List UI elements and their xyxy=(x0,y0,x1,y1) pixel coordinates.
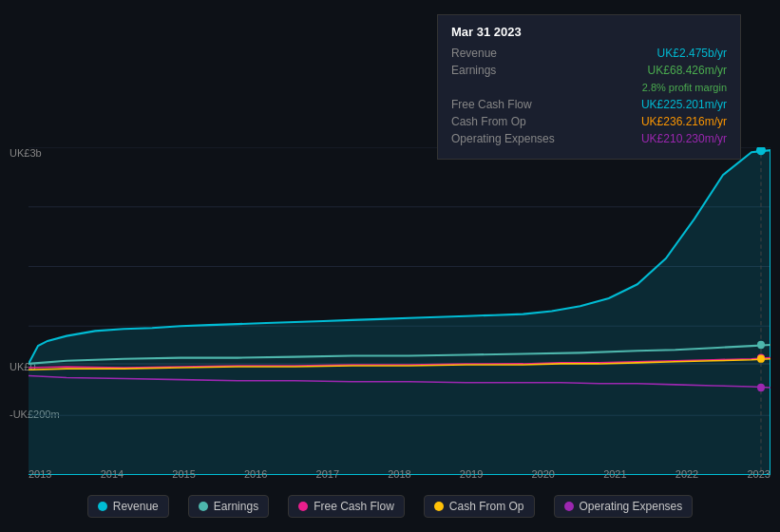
tooltip-opex-value: UK£210.230m/yr xyxy=(641,132,727,145)
tooltip-revenue-label: Revenue xyxy=(451,47,565,60)
tooltip-cashop-row: Cash From Op UK£236.216m/yr xyxy=(451,115,727,128)
legend-cashop-dot xyxy=(434,502,444,511)
tooltip-opex-row: Operating Expenses UK£210.230m/yr xyxy=(451,132,727,145)
chart-legend: Revenue Earnings Free Cash Flow Cash Fro… xyxy=(0,495,780,518)
legend-cashop-label: Cash From Op xyxy=(449,500,524,513)
tooltip-fcf-label: Free Cash Flow xyxy=(451,98,565,111)
chart-container: Mar 31 2023 Revenue UK£2.475b/yr Earning… xyxy=(0,0,780,532)
cashop-dot xyxy=(757,355,765,363)
x-label-2022: 2022 xyxy=(675,468,698,480)
chart-svg xyxy=(29,147,770,475)
legend-fcf[interactable]: Free Cash Flow xyxy=(288,495,405,518)
x-label-2017: 2017 xyxy=(316,468,339,480)
tooltip-fcf-value: UK£225.201m/yr xyxy=(641,98,727,111)
x-label-2016: 2016 xyxy=(244,468,267,480)
tooltip-opex-label: Operating Expenses xyxy=(451,132,565,145)
tooltip-revenue-value: UK£2.475b/yr xyxy=(657,47,727,60)
legend-earnings-dot xyxy=(199,502,208,511)
x-label-2021: 2021 xyxy=(603,468,626,480)
legend-earnings[interactable]: Earnings xyxy=(188,495,269,518)
x-label-2019: 2019 xyxy=(460,468,483,480)
tooltip-fcf-row: Free Cash Flow UK£225.201m/yr xyxy=(451,98,727,111)
tooltip-earnings-label: Earnings xyxy=(451,64,565,77)
legend-opex-label: Operating Expenses xyxy=(580,500,683,513)
legend-revenue-label: Revenue xyxy=(113,500,159,513)
legend-fcf-label: Free Cash Flow xyxy=(314,500,394,513)
tooltip: Mar 31 2023 Revenue UK£2.475b/yr Earning… xyxy=(437,14,741,160)
tooltip-date: Mar 31 2023 xyxy=(451,25,727,39)
legend-revenue[interactable]: Revenue xyxy=(87,495,169,518)
x-axis-labels: 2013 2014 2015 2016 2017 2018 2019 2020 … xyxy=(29,468,770,480)
x-label-2018: 2018 xyxy=(388,468,410,480)
revenue-line xyxy=(29,150,770,475)
tooltip-earnings-value: UK£68.426m/yr xyxy=(648,64,727,77)
tooltip-cashop-label: Cash From Op xyxy=(451,115,565,128)
x-label-2015: 2015 xyxy=(172,468,195,480)
legend-cashop[interactable]: Cash From Op xyxy=(424,495,535,518)
tooltip-cashop-value: UK£236.216m/yr xyxy=(641,115,727,128)
legend-opex-dot xyxy=(564,502,574,511)
x-label-2020: 2020 xyxy=(531,468,554,480)
tooltip-profit-margin-value: 2.8% profit margin xyxy=(638,81,727,94)
earnings-dot xyxy=(757,341,765,349)
x-label-2023: 2023 xyxy=(747,468,770,480)
tooltip-revenue-row: Revenue UK£2.475b/yr xyxy=(451,47,727,60)
tooltip-profit-margin-row: 2.8% profit margin xyxy=(451,81,727,94)
legend-revenue-dot xyxy=(98,502,107,511)
x-label-2013: 2013 xyxy=(29,468,51,480)
legend-fcf-dot xyxy=(298,502,308,511)
legend-opex[interactable]: Operating Expenses xyxy=(554,495,694,518)
x-label-2014: 2014 xyxy=(101,468,124,480)
tooltip-earnings-row: Earnings UK£68.426m/yr xyxy=(451,64,727,77)
opex-dot xyxy=(757,384,765,391)
chart-area xyxy=(29,147,770,475)
legend-earnings-label: Earnings xyxy=(214,500,258,513)
